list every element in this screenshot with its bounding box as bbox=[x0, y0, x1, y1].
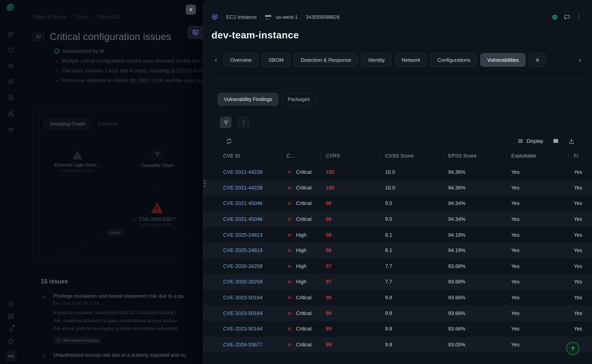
severity-chevrons-icon bbox=[287, 342, 292, 347]
cvss-cell: 7.7 bbox=[385, 279, 448, 285]
exploitable-cell: Yes bbox=[511, 216, 574, 222]
asset-tab[interactable]: Network bbox=[395, 53, 427, 67]
cve-id-link[interactable]: CVE-2025-24813 bbox=[223, 232, 287, 238]
severity-cell: High bbox=[287, 248, 326, 254]
table-row[interactable]: CVE-2020-26258 High 97 7.7 93.68% Yes Ye… bbox=[203, 258, 592, 274]
chat-panel-handle[interactable] bbox=[188, 26, 203, 39]
subtab-vulnerability-findings[interactable]: Vulnerability Findings bbox=[218, 93, 278, 105]
more-options-icon[interactable]: ⋮ bbox=[575, 14, 583, 20]
comments-icon[interactable] bbox=[563, 14, 571, 20]
column-header-fix[interactable]: Fi bbox=[574, 153, 592, 158]
severity-cell: Critical bbox=[287, 169, 326, 175]
table-row[interactable]: CVE-2023-50164 Critical 99 9.8 93.66% Ye… bbox=[203, 321, 592, 337]
cve-id-link[interactable]: CVE-2021-45046 bbox=[223, 216, 287, 222]
severity-chevrons-icon bbox=[287, 279, 292, 285]
table-header-row: CVE ID C… CVRS CVSS Score EPSS Score Exp… bbox=[203, 150, 592, 161]
cvrs-cell: 98 bbox=[326, 201, 385, 206]
severity-cell: Critical bbox=[287, 310, 326, 316]
table-row[interactable]: CVE-2024-53677 Critical 99 9.8 93.05% Ye… bbox=[203, 337, 592, 352]
cve-id-link[interactable]: CVE-2024-53677 bbox=[223, 342, 287, 347]
asset-tab[interactable]: Detection & Response bbox=[294, 53, 358, 67]
table-row[interactable]: CVE-2025-24813 High 98 8.1 94.18% Yes Ye… bbox=[203, 243, 592, 258]
exploitable-cell: Yes bbox=[511, 185, 574, 191]
severity-chevrons-icon bbox=[287, 216, 292, 222]
cvrs-cell: 99 bbox=[326, 326, 385, 332]
asset-tab[interactable]: Configurations bbox=[431, 53, 477, 67]
severity-chevrons-icon bbox=[287, 201, 292, 206]
table-row[interactable]: CVE-2023-50164 Critical 99 9.8 93.66% Ye… bbox=[203, 290, 592, 305]
column-header-cvrs[interactable]: CVRS bbox=[326, 153, 385, 158]
cvss-cell: 9.8 bbox=[385, 342, 448, 347]
severity-cell: Critical bbox=[287, 185, 326, 191]
cve-id-link[interactable]: CVE-2023-50164 bbox=[223, 295, 287, 300]
column-header-epss-score[interactable]: EPSS Score bbox=[448, 153, 511, 158]
radar-scan-icon[interactable] bbox=[551, 14, 559, 20]
cve-id-link[interactable]: CVE-2020-26258 bbox=[223, 279, 287, 285]
table-row[interactable]: CVE-2021-44228 Critical 100 10.0 94.36% … bbox=[203, 180, 592, 196]
severity-chevrons-icon bbox=[287, 295, 292, 300]
column-header-exploitable[interactable]: Exploitable bbox=[511, 153, 574, 158]
tabs-scroll-left-button[interactable]: ‹ bbox=[211, 56, 220, 64]
cve-id-link[interactable]: CVE-2021-44228 bbox=[223, 169, 287, 175]
table-row[interactable]: CVE-2025-24813 High 98 8.1 94.18% Yes Ye… bbox=[203, 227, 592, 243]
column-header-severity[interactable]: C… bbox=[287, 153, 326, 158]
drawer-resize-handle[interactable] bbox=[203, 180, 206, 188]
cvrs-cell: 98 bbox=[326, 248, 385, 254]
column-header-cve-id[interactable]: CVE ID bbox=[223, 153, 287, 158]
epss-cell: 93.66% bbox=[448, 295, 511, 300]
cve-id-link[interactable]: CVE-2025-24813 bbox=[223, 248, 287, 254]
asset-tab[interactable]: Identity bbox=[361, 53, 391, 67]
refresh-icon[interactable] bbox=[226, 138, 232, 144]
exploitable-cell: Yes bbox=[511, 232, 574, 238]
cvrs-cell: 97 bbox=[326, 263, 385, 269]
table-row[interactable]: CVE-2023-50164 Critical 99 9.8 93.66% Ye… bbox=[203, 305, 592, 321]
asset-tab[interactable]: SBOM bbox=[262, 53, 290, 67]
subtab-packages[interactable]: Packages bbox=[282, 93, 316, 105]
fix-cell: Yes bbox=[574, 201, 592, 206]
cve-id-link[interactable]: CVE-2021-44228 bbox=[223, 185, 287, 191]
tabs-fade: › bbox=[564, 53, 584, 67]
cve-id-link[interactable]: CVE-2021-45046 bbox=[223, 201, 287, 206]
cvss-cell: 9.0 bbox=[385, 201, 448, 206]
table-row[interactable]: CVE-2021-44228 Critical 100 10.0 94.36% … bbox=[203, 164, 592, 180]
severity-cell: Critical bbox=[287, 326, 326, 332]
cvss-cell: 9.8 bbox=[385, 326, 448, 332]
columns-icon[interactable] bbox=[553, 138, 559, 144]
epss-cell: 93.66% bbox=[448, 310, 511, 316]
cve-id-link[interactable]: CVE-2020-26258 bbox=[223, 263, 287, 269]
table-row[interactable]: CVE-2021-45046 Critical 98 9.0 94.34% Ye… bbox=[203, 196, 592, 211]
fix-cell: Yes bbox=[574, 248, 592, 254]
exploitable-cell: Yes bbox=[511, 342, 574, 347]
asset-tab[interactable]: Overview bbox=[223, 53, 258, 67]
exploitable-cell: Yes bbox=[511, 326, 574, 332]
severity-chevrons-icon bbox=[287, 248, 292, 254]
table-toolbar: Display bbox=[226, 136, 574, 146]
download-icon[interactable] bbox=[568, 138, 575, 144]
table-row[interactable]: CVE-2020-26258 High 97 7.7 93.68% Yes Ye… bbox=[203, 274, 592, 290]
exploitable-cell: Yes bbox=[511, 263, 574, 269]
cvrs-cell: 99 bbox=[326, 342, 385, 347]
severity-chevrons-icon bbox=[287, 310, 292, 316]
help-fab-button[interactable]: ? bbox=[566, 342, 579, 355]
cvss-cell: 7.7 bbox=[385, 263, 448, 269]
asset-tab[interactable]: Vulnerabilities bbox=[480, 53, 526, 67]
table-more-options-button[interactable]: ⋮ bbox=[238, 117, 249, 128]
cve-id-link[interactable]: CVE-2023-50164 bbox=[223, 310, 287, 316]
cve-id-link[interactable]: CVE-2023-50164 bbox=[223, 326, 287, 332]
drawer-header: EC2 Instance aws us-west-1 343059098826 … bbox=[211, 13, 583, 20]
epss-cell: 93.66% bbox=[448, 326, 511, 332]
drawer-close-button[interactable]: ✕ bbox=[186, 5, 196, 15]
cvrs-cell: 99 bbox=[326, 295, 385, 300]
tabbar-divider bbox=[211, 77, 584, 77]
table-row[interactable]: CVE-2021-45046 Critical 98 9.0 94.34% Ye… bbox=[203, 211, 592, 227]
fix-cell: Yes bbox=[574, 295, 592, 300]
asset-tab[interactable]: A bbox=[529, 53, 546, 67]
vulnerability-subtabs: Vulnerability Findings Packages bbox=[218, 93, 592, 105]
display-button[interactable]: Display bbox=[517, 138, 543, 144]
epss-cell: 94.34% bbox=[448, 216, 511, 222]
column-header-cvss-score[interactable]: CVSS Score bbox=[385, 153, 448, 158]
kebab-icon: ⋮ bbox=[240, 119, 247, 125]
exploitable-cell: Yes bbox=[511, 201, 574, 206]
tabs-scroll-right-button[interactable]: › bbox=[576, 56, 584, 64]
filter-button[interactable] bbox=[220, 117, 232, 128]
